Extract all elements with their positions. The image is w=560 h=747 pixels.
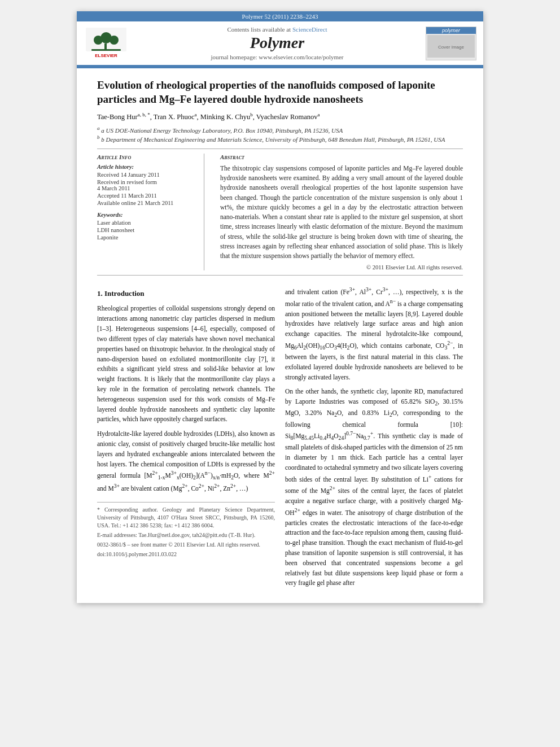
affiliation-b: b b Department of Mechanical Engineering… — [97, 134, 463, 143]
journal-cover-image: polymer Cover Image — [426, 27, 476, 60]
received-date: Received 14 January 2011 — [97, 172, 197, 178]
section1-heading: Introduction — [104, 289, 145, 298]
svg-text:polymer: polymer — [441, 28, 461, 33]
article-title: Evolution of rheological properties of t… — [97, 78, 463, 106]
authors-line: Tae-Bong Hura, b, *, Tran X. Phuoca, Min… — [97, 112, 463, 121]
article-content: Evolution of rheological properties of t… — [77, 68, 483, 603]
journal-reference-text: Polymer 52 (2011) 2238–2243 — [242, 13, 318, 20]
accepted-date: Accepted 11 March 2011 — [97, 193, 197, 199]
journal-header-center: Contents lists available at ScienceDirec… — [129, 26, 426, 60]
body-para-right-2: On the other hands, the synthetic clay, … — [285, 387, 463, 588]
svg-point-3 — [94, 36, 103, 45]
keyword-1: Laser ablation — [97, 220, 197, 226]
history-label: Article history: — [97, 164, 197, 170]
left-column: 1. Introduction Rheological properties o… — [97, 286, 275, 593]
journal-reference-bar: Polymer 52 (2011) 2238–2243 — [77, 11, 483, 21]
footnote-email: E-mail addresses: Tae.Hur@netl.doe.gov, … — [97, 531, 275, 539]
keyword-3: Laponite — [97, 234, 197, 241]
keywords-section: Keywords: Laser ablation LDH nanosheet L… — [97, 212, 197, 241]
journal-homepage: journal homepage: www.elsevier.com/locat… — [129, 54, 426, 60]
journal-name: Polymer — [129, 34, 426, 52]
svg-text:ELSEVIER: ELSEVIER — [95, 53, 117, 58]
abstract-text: The thixotropic clay suspensions compose… — [220, 164, 463, 261]
affiliations: a a US DOE-National Energy Technology La… — [97, 125, 463, 143]
article-meta-section: Article Info Article history: Received 1… — [97, 148, 463, 276]
footnote-issn: 0032-3861/$ – see front matter © 2011 El… — [97, 541, 275, 549]
copyright-notice: © 2011 Elsevier Ltd. All rights reserved… — [220, 264, 463, 270]
affiliation-a: a a US DOE-National Energy Technology La… — [97, 125, 463, 134]
keyword-2: LDH nanosheet — [97, 227, 197, 233]
body-columns: 1. Introduction Rheological properties o… — [97, 286, 463, 593]
article-info-heading: Article Info — [97, 154, 197, 160]
right-column: and trivalent cation (Fe3+, Al3+, Cr3+, … — [285, 286, 463, 593]
footnote-doi: doi:10.1016/j.polymer.2011.03.022 — [97, 551, 275, 558]
body-para-2: Hydrotalcite-like layered double hydroxi… — [97, 429, 275, 494]
sciencedirect-link[interactable]: ScienceDirect — [292, 26, 327, 33]
journal-header: ELSEVIER Contents lists available at Sci… — [77, 21, 483, 66]
abstract-section: Abstract The thixotropic clay suspension… — [213, 154, 463, 271]
svg-rect-5 — [91, 49, 121, 51]
section1-title: 1. Introduction — [97, 288, 275, 299]
article-info-panel: Article Info Article history: Received 1… — [97, 154, 204, 271]
abstract-heading: Abstract — [220, 154, 463, 160]
body-para-1: Rheological properties of colloidal susp… — [97, 304, 275, 425]
elsevier-logo: ELSEVIER — [84, 27, 129, 60]
available-date: Available online 21 March 2011 — [97, 200, 197, 206]
contents-available-line: Contents lists available at ScienceDirec… — [129, 26, 426, 33]
svg-text:Cover Image: Cover Image — [438, 45, 464, 50]
footnote-star: * Corresponding author. Geology and Plan… — [97, 506, 275, 530]
section1-number: 1. — [97, 289, 103, 298]
footnote-section: * Corresponding author. Geology and Plan… — [97, 502, 275, 558]
keywords-label: Keywords: — [97, 212, 197, 218]
body-para-right-1: and trivalent cation (Fe3+, Al3+, Cr3+, … — [285, 286, 463, 382]
received-revised-date: Received in revised form4 March 2011 — [97, 179, 197, 191]
svg-point-4 — [110, 36, 119, 45]
